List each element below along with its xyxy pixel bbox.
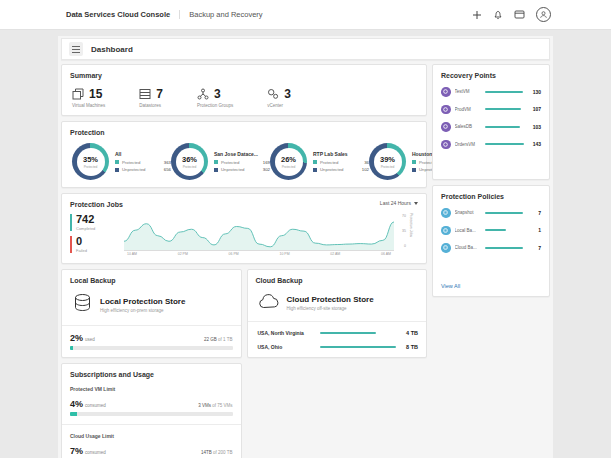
x-axis-labels: 10 AM02 PM06 PM10 PM02 AM06 AM	[124, 251, 394, 256]
usage-capacity: of 75 VMs	[212, 403, 232, 408]
donut-name: RTP Lab Sales	[313, 151, 369, 157]
menu-icon[interactable]	[69, 42, 83, 56]
summary-label: vCenter	[267, 103, 291, 108]
donut-percent: 35%	[83, 155, 98, 164]
policy-name: Snapshot	[455, 210, 481, 215]
page-title: Dashboard	[91, 45, 133, 54]
usage-amount: 22 GB	[204, 337, 217, 342]
protected-swatch	[115, 160, 119, 164]
protection-donut-group: 36% Protected San Jose Datace... Protect…	[171, 143, 270, 180]
failed-jobs-stat: 0 Failed	[70, 236, 116, 253]
top-header: Data Services Cloud Console Backup and R…	[0, 0, 611, 30]
policy-name: Cloud Ba...	[455, 245, 481, 250]
summary-label: Virtual Machines	[72, 103, 105, 108]
add-icon[interactable]	[472, 10, 482, 20]
y-axis: 70350 Protection Jobs	[402, 213, 418, 256]
protection-donut-group: 35% Protected All Protected363 Unprotect…	[72, 143, 171, 180]
protection-jobs-card: Protection Jobs Last 24 Hours 742 Comple…	[61, 193, 427, 264]
protected-swatch	[214, 160, 218, 164]
unprotected-swatch	[214, 168, 218, 172]
policy-value: 7	[529, 245, 541, 251]
policy-name: Local Ba...	[455, 228, 481, 233]
summary-item-vcenter[interactable]: 3 vCenter	[267, 87, 291, 108]
summary-item-virtual-machines[interactable]: 15 Virtual Machines	[72, 87, 105, 108]
local-backup-title: Local Backup	[70, 277, 233, 284]
chevron-down-icon	[414, 202, 418, 205]
region-row: USA, North Virginia 4 TB	[256, 330, 419, 336]
apps-icon[interactable]	[514, 10, 525, 19]
policy-icon	[441, 243, 451, 253]
datastores-icon	[139, 88, 151, 100]
summary-item-protection-groups[interactable]: 3 Protection Groups	[197, 87, 233, 108]
donut-caption: Protected	[282, 165, 296, 169]
summary-title: Summary	[70, 72, 418, 79]
recovery-point-icon	[441, 87, 451, 97]
summary-item-datastores[interactable]: 7 Datastores	[139, 87, 163, 108]
database-icon	[72, 293, 93, 317]
recovery-item-name: OrdersVM	[455, 142, 481, 147]
cloud-backup-title: Cloud Backup	[256, 277, 419, 284]
subscriptions-card: Subscriptions and Usage Protected VM Lim…	[61, 363, 242, 458]
usage-capacity: of 1 TB	[218, 337, 232, 342]
recovery-item-value: 107	[529, 106, 541, 112]
usage-progress-bar	[70, 346, 233, 350]
legend-value: 363	[164, 160, 171, 165]
region-value: 4 TB	[404, 330, 418, 336]
protection-policies-card: Protection Policies Snapshot 7 Local Ba.…	[432, 185, 550, 297]
view-all-link[interactable]: View All	[441, 273, 541, 289]
recovery-point-icon	[441, 105, 451, 115]
completed-label: Completed	[76, 226, 116, 231]
brand-title: Data Services Cloud Console	[66, 10, 170, 19]
consumed-percent: 7%	[70, 446, 83, 456]
donut-name: San Jose Datace...	[214, 151, 270, 157]
policy-icon	[441, 208, 451, 218]
policy-row: Local Ba... 1	[441, 226, 541, 236]
usage-capacity: of 200 TB	[213, 450, 232, 455]
completed-count: 742	[76, 214, 116, 225]
cloud-icon	[258, 293, 280, 313]
user-avatar[interactable]	[536, 7, 551, 22]
recovery-item-name: SalesDB	[455, 124, 481, 129]
recovery-item-value: 103	[529, 124, 541, 130]
completed-jobs-stat: 742 Completed	[70, 214, 116, 231]
policy-icon	[441, 226, 451, 236]
protection-title: Protection	[70, 129, 418, 136]
protected-swatch	[412, 160, 416, 164]
unprotected-swatch	[313, 168, 317, 172]
donut-caption: Protected	[183, 165, 197, 169]
recovery-points-card: Recovery Points TestVM 130 ProdVM 107	[432, 64, 550, 180]
recovery-point-row: ProdVM 107	[441, 105, 541, 115]
legend-value: 302	[263, 167, 270, 172]
app-name: Backup and Recovery	[179, 10, 262, 19]
store-subtitle: High efficiency off-site storage	[287, 306, 374, 311]
store-name: Cloud Protection Store	[287, 295, 374, 304]
failed-label: Failed	[76, 248, 116, 253]
policy-value: 1	[529, 227, 541, 233]
app-window: Data Services Cloud Console Backup and R…	[0, 0, 611, 458]
summary-value: 3	[284, 87, 291, 101]
notifications-icon[interactable]	[493, 10, 503, 20]
virtual-machines-icon	[72, 88, 84, 100]
local-backup-card: Local Backup Local Protection Store High…	[61, 269, 242, 358]
subscriptions-title: Subscriptions and Usage	[70, 371, 233, 378]
policy-row: Cloud Ba... 7	[441, 243, 541, 253]
used-percent: 2%	[70, 333, 83, 343]
summary-card: Summary 15 Virtual Machines	[61, 64, 427, 116]
protected-swatch	[313, 160, 317, 164]
store-name: Local Protection Store	[100, 297, 185, 306]
y-axis-title: Protection Jobs	[409, 213, 413, 249]
unprotected-swatch	[412, 168, 416, 172]
recovery-item-value: 143	[529, 141, 541, 147]
time-range-label: Last 24 Hours	[380, 200, 411, 206]
donut-caption: Protected	[381, 165, 395, 169]
protection-jobs-chart	[124, 213, 394, 251]
recovery-point-icon	[441, 140, 451, 150]
legend-label: Unprotected	[122, 167, 145, 172]
protection-donut-group: 26% Protected RTP Lab Sales Protected36 …	[270, 143, 369, 180]
donut-chart: 36% Protected	[171, 143, 208, 180]
usage-amount: 14TB	[201, 450, 212, 455]
legend-label: Unprotected	[221, 167, 244, 172]
time-range-selector[interactable]: Last 24 Hours	[380, 200, 418, 206]
summary-label: Protection Groups	[197, 103, 233, 108]
legend-value: 169	[263, 160, 270, 165]
